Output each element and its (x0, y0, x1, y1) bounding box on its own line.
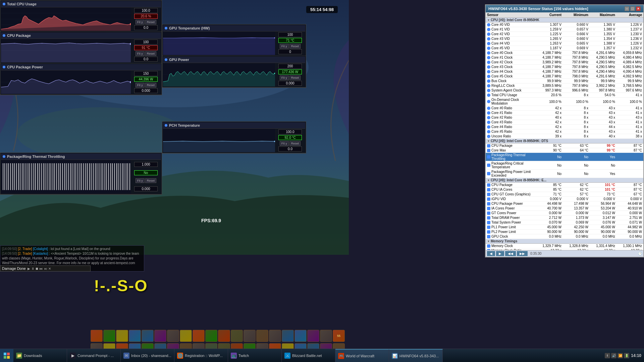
taskbar-time: 14:10 (631, 353, 641, 358)
windows-logo-icon (3, 352, 10, 359)
hw-row-10: Core #3 Clock 4,188.7 MHz 797.8 MHz 4,29… (486, 65, 643, 69)
action-bar-main: 55 (91, 330, 345, 342)
action-slot-19[interactable] (320, 330, 332, 342)
hw-row-15: System Agent Clock 997.3 MHz 996.6 MHz 9… (486, 88, 643, 93)
cpu-pkg-power-fity-btn[interactable]: Fit y (136, 83, 145, 87)
game-text-overlay: !-.-S-O (94, 277, 148, 295)
action-slot-10[interactable] (205, 330, 217, 342)
gpu-temp-fity-btn[interactable]: Fit y (280, 44, 289, 49)
action-slot-8[interactable] (180, 330, 192, 342)
hwinfo-close-btn[interactable]: ✕ (636, 6, 641, 11)
start-button[interactable] (0, 349, 13, 362)
cpu-pkg-current: 91 °C (134, 45, 158, 50)
hwinfo-minimize-btn[interactable]: ─ (625, 6, 629, 11)
action-slot-9[interactable] (193, 330, 205, 342)
pch-temp-min: 0.0 (278, 146, 302, 152)
action-slot-5[interactable] (142, 330, 154, 342)
taskbar-item-cmd[interactable]: ▶ Command Prompt - ... (67, 349, 121, 362)
hw-row-40: Total System Power 0.070 W 0.069 W 0.076… (486, 220, 643, 225)
tray-icon-network[interactable]: 📶 (618, 353, 623, 358)
throttle-fity-btn[interactable]: Fit y (136, 178, 145, 183)
action-slot-20[interactable]: 55 (333, 330, 345, 342)
action-slot-2[interactable] (103, 330, 115, 342)
hwinfo-maximize-btn[interactable]: □ (630, 6, 635, 11)
hwinfo-nav-prev-btn[interactable]: ◀ (487, 251, 495, 256)
svg-rect-32 (6, 163, 7, 190)
thermal-throttling-panel: Package/Ring Thermal Throttling (0, 153, 162, 195)
action-slot-18[interactable] (307, 330, 319, 342)
hwinfo-nav-fast-next-btn[interactable]: ▶▶ (517, 251, 528, 256)
throttle-reset-btn[interactable]: Reset (145, 178, 157, 183)
cpu-graphs-panel: Total CPU Usage 100.0 20.6 (0, 0, 162, 95)
action-slot-1[interactable] (91, 330, 103, 342)
action-slot-6[interactable] (154, 330, 166, 342)
svg-rect-98 (7, 353, 10, 355)
svg-rect-77 (93, 163, 94, 190)
pch-temp-reset-btn[interactable]: Reset (289, 141, 301, 146)
cpu-pkg-power-reset-btn[interactable]: Reset (145, 83, 157, 87)
action-slot-3[interactable] (116, 330, 128, 342)
svg-rect-93 (124, 163, 124, 190)
gpu-power-graph: GPU Power 200 177.436 W (162, 56, 306, 87)
svg-rect-83 (105, 163, 105, 190)
cpu-pkg-reset-btn[interactable]: Reset (145, 51, 157, 56)
gpu-temp-title: GPU Temperature (HW) (163, 25, 305, 32)
total-cpu-usage-graph: Total CPU Usage 100.0 20.6 (0, 0, 162, 32)
action-slot-12[interactable] (231, 330, 243, 342)
taskbar-item-hwinfo[interactable]: 📊 HWiNFO64 v5.83-343... (389, 349, 443, 362)
svg-marker-23 (163, 71, 275, 86)
action-slot-17[interactable] (294, 330, 307, 342)
hw-row-23: Core #5 Ratio 42 x 8 x 43 x 41 x (486, 129, 643, 134)
hw-row-6: Core #5 VID 1.187 V 0.669 V 1.357 V 1.23… (486, 46, 643, 51)
svg-rect-60 (60, 163, 61, 190)
action-slot-16[interactable] (282, 330, 294, 342)
taskbar-item-battlenet[interactable]: ⚔ Blizzard Battle.net (282, 349, 335, 362)
action-slot-11[interactable] (218, 330, 230, 342)
taskbar-item-registration[interactable]: 🌐 Registration :: WoWP... (174, 349, 228, 362)
tray-icon-battery[interactable]: 🔋 (624, 353, 629, 358)
total-cpu-usage-title: Total CPU Usage (1, 1, 161, 7)
svg-rect-94 (126, 163, 126, 190)
action-slot-4[interactable] (129, 330, 141, 342)
hw-row-37: IA Cores Power 40.700 W 13.357 W 53.204 … (486, 206, 643, 211)
damage-done-bar[interactable]: Damage Done ▶ ⏸ ⏹ ⏭ ⏯ ✕ (0, 265, 91, 272)
taskbar-item-wow[interactable]: 🎮 World of Warcraft (335, 349, 389, 362)
gpu-temp-reset-btn[interactable]: Reset (289, 44, 301, 49)
hwinfo-nav-next-btn[interactable]: ▶ (496, 251, 504, 256)
gpu-power-fity-btn[interactable]: Fit y (280, 75, 289, 80)
svg-rect-86 (110, 163, 111, 190)
taskbar-item-inbox[interactable]: ✉ Inbox (20) - sharesand... (121, 349, 174, 362)
action-slot-7[interactable] (167, 330, 179, 342)
hw-row-11: Core #4 Clock 4,188.7 MHz 797.8 MHz 4,29… (486, 69, 643, 74)
pch-temp-fity-btn[interactable]: Fit y (280, 141, 289, 146)
total-cpu-usage-canvas (1, 7, 131, 31)
svg-rect-57 (54, 163, 55, 190)
throttle-max: 1.000 (134, 162, 158, 167)
cpu-usage-fity-btn[interactable]: Fit y (136, 20, 145, 24)
taskbar-item-twitch[interactable]: 📺 Twitch (228, 349, 282, 362)
action-slot-15[interactable] (269, 330, 281, 342)
tray-icon-2[interactable]: 🔊 (611, 353, 616, 358)
action-slot-14[interactable] (256, 330, 268, 342)
taskbar-item-downloads[interactable]: 📁 Downloads (13, 349, 67, 362)
hwinfo-icon: 📊 (392, 353, 398, 359)
gpu-power-title: GPU Power (163, 57, 305, 63)
hwinfo-table-body: ▼ CPU [#0]: Intel Core i9-9950HK Core #0… (486, 18, 643, 250)
svg-rect-42 (25, 163, 26, 190)
cpu-pkg-fity-btn[interactable]: Fit y (136, 51, 145, 56)
gpu-power-reset-btn[interactable]: Reset (289, 75, 301, 80)
tray-icon-1[interactable]: ⬆ (605, 353, 610, 358)
cpu-usage-reset-btn[interactable]: Reset (145, 20, 157, 24)
svg-rect-97 (4, 353, 6, 355)
svg-rect-76 (91, 163, 92, 190)
cpu-pkg-max: 100 (134, 40, 158, 45)
pch-temp-title: PCH Temperature (163, 122, 305, 129)
action-slot-13[interactable] (244, 330, 256, 342)
hw-row-12: Core #5 Clock 4,188.7 MHz 798.0 MHz 4,29… (486, 74, 643, 79)
svg-rect-72 (83, 163, 84, 190)
throttle-title: Package/Ring Thermal Throttling (1, 154, 161, 160)
fps-counter: FPS:69.9 (201, 218, 221, 223)
svg-rect-43 (28, 163, 28, 190)
hwinfo-nav-fast-prev-btn[interactable]: ◀◀ (505, 251, 516, 256)
svg-rect-34 (10, 163, 11, 190)
